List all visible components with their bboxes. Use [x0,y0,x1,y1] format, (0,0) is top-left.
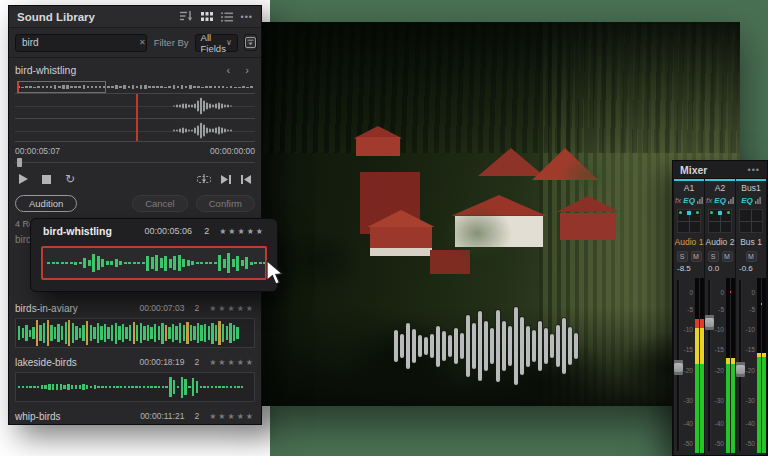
result-channels: 2 [194,303,199,313]
audio-waveform-overlay-icon [392,305,582,387]
track-name: Audio 1 [674,236,704,249]
timecode-elapsed: 00:00:05:07 [15,146,60,156]
eq-button[interactable]: EQ [683,196,695,205]
result-name: lakeside-birds [15,357,132,368]
solo-button[interactable]: S [708,251,719,262]
filter-field-select[interactable]: All Fields ∨ [195,34,238,52]
list-view-icon[interactable] [221,12,233,22]
popup-clip-name: bird-whistling [43,225,145,237]
sound-library-panel: Sound Library ••• ✕ Filter By All Fields… [8,5,262,425]
result-waveform[interactable] [15,372,255,402]
preview-clip-name: bird-whistling [15,64,227,76]
waveform-channel-1 [15,94,255,118]
skip-to-start-icon[interactable] [241,175,251,184]
filter-options-button[interactable] [244,34,257,51]
solo-button[interactable]: S [677,251,688,262]
confirm-button[interactable]: Confirm [196,195,255,212]
mouse-cursor [266,260,284,290]
search-input[interactable] [15,34,147,52]
filter-by-label: Filter By [154,37,189,48]
dynamics-icon [697,197,703,204]
popup-waveform-selected[interactable] [41,246,267,280]
grid-view-icon[interactable] [201,12,213,22]
preview-prev-next-arrows[interactable]: ‹ › [227,64,255,76]
eq-button[interactable]: EQ [714,196,726,205]
result-channels: 2 [194,357,199,367]
channel-id: A2 [705,179,735,194]
result-rating-stars[interactable]: ★★★★★ [209,412,255,421]
insert-clip-icon[interactable] [197,174,211,185]
result-channels: 2 [194,411,199,421]
result-row-whip-birds[interactable]: whip-birds 00:00:11:21 2 ★★★★★ [9,408,261,425]
db-scale: 0-5-10-15-20-30-40-50 [685,282,693,455]
result-rating-stars[interactable]: ★★★★★ [209,304,255,313]
result-waveform[interactable] [15,318,255,348]
level-meter [695,278,704,453]
mixer-channel-a2: A2 fx EQ Audio 2 S M 0.0 [705,179,735,455]
mixer-channel-a1: A1 fx EQ Audio 1 S M -8.5 [674,179,704,455]
cancel-button[interactable]: Cancel [132,195,188,212]
result-duration: 00:00:18:19 [140,357,185,367]
preview-scrollbar[interactable] [15,158,255,168]
transport-controls: ↻ [9,168,261,190]
pan-control[interactable] [739,209,763,233]
chevron-down-icon: ∨ [226,38,232,47]
popup-rating-stars[interactable]: ★★★★★ [219,227,265,236]
fader-handle[interactable] [705,315,714,330]
dynamics-icon [728,197,734,204]
skip-to-end-icon[interactable] [221,175,231,184]
mute-button[interactable]: M [722,251,733,262]
popup-duration: 00:00:05:06 [145,226,193,236]
mute-button[interactable]: M [691,251,702,262]
fader-level-value: -0.6 [736,264,766,276]
db-scale: 0-5-10-15-20-30-40-50 [747,282,755,455]
search-row: ✕ Filter By All Fields ∨ [9,28,261,58]
mixer-channel-bus1: Bus1 EQ Bus 1 M -0.6 0- [736,179,766,455]
waveform-channel-2 [15,118,255,142]
result-rating-stars[interactable]: ★★★★★ [209,358,255,367]
fx-button[interactable]: fx [706,196,712,205]
result-row-birds-in-aviary[interactable]: birds-in-aviary 00:00:07:03 2 ★★★★★ [9,300,261,348]
fader-level-value: -8.5 [674,264,704,276]
fader-handle[interactable] [736,362,745,377]
mixer-title: Mixer [680,164,748,176]
stereo-waveform-view[interactable] [15,94,255,142]
popup-channels: 2 [204,226,209,236]
video-frame [262,22,740,406]
play-button[interactable] [19,174,28,184]
fader-track[interactable] [708,280,711,451]
pan-control[interactable] [677,209,701,233]
fx-button[interactable]: fx [675,196,681,205]
level-meter [757,278,766,453]
mixer-options-icon[interactable]: ••• [748,165,760,175]
fader-handle[interactable] [674,360,683,375]
sort-icon[interactable] [180,11,193,22]
fader-level-value: 0.0 [705,264,735,276]
panel-title: Sound Library [17,11,172,23]
scrollbar-handle[interactable] [17,158,22,167]
stop-button[interactable] [42,175,51,184]
pan-control[interactable] [708,209,732,233]
playhead[interactable] [136,94,138,141]
waveform-overview-strip[interactable] [15,81,255,94]
result-row-lakeside-birds[interactable]: lakeside-birds 00:00:18:19 2 ★★★★★ [9,354,261,402]
result-duration: 00:00:11:21 [140,411,184,421]
result-name: whip-birds [15,411,132,422]
channel-id: Bus1 [736,179,766,194]
filter-field-value: All Fields [201,32,226,54]
panel-options-icon[interactable]: ••• [241,12,253,22]
eq-button[interactable]: EQ [741,196,753,205]
db-scale: 0-5-10-15-20-30-40-50 [716,282,724,455]
sound-library-header: Sound Library ••• [9,6,261,28]
clear-search-icon[interactable]: ✕ [139,38,146,47]
result-preview-popup[interactable]: bird-whistling 00:00:05:06 2 ★★★★★ [30,218,278,292]
selection-range[interactable] [17,81,106,93]
result-duration: 00:00:07:03 [140,303,185,313]
loop-button[interactable]: ↻ [65,174,75,184]
timecode-remaining: 00:00:00:00 [210,146,255,156]
channel-id: A1 [674,179,704,194]
audition-button[interactable]: Audition [15,195,77,212]
dynamics-icon [755,197,761,204]
mixer-panel: Mixer ••• A1 fx EQ Audio 1 [672,160,768,456]
mute-button[interactable]: M [746,251,757,262]
